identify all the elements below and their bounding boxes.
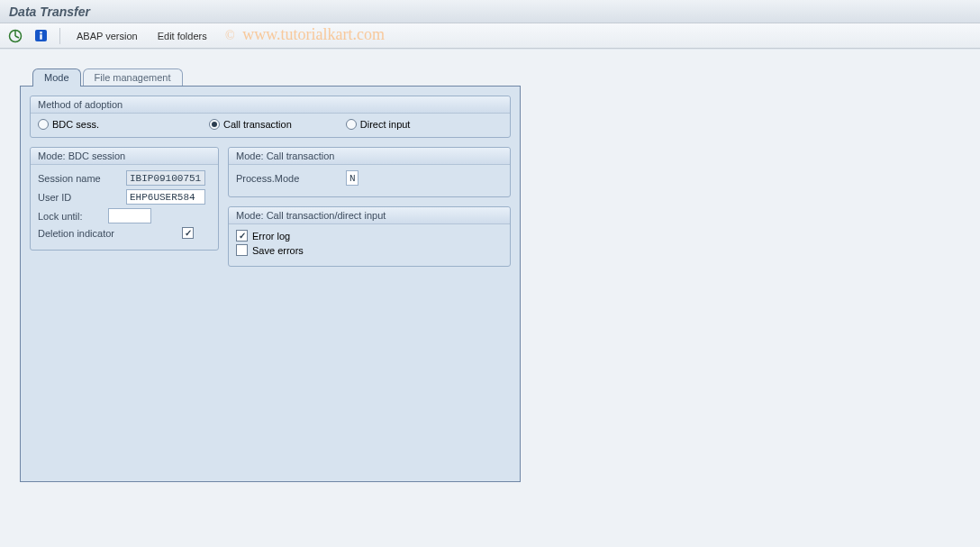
radio-icon <box>38 119 49 130</box>
watermark: © www.tutorialkart.com <box>225 25 385 44</box>
radio-bdc-sess[interactable]: BDC sess. <box>38 119 99 130</box>
label-session-name: Session name <box>38 173 121 184</box>
page-title: Data Transfer <box>9 5 90 19</box>
radio-call-transaction[interactable]: Call transaction <box>209 119 292 130</box>
group-title-ctdi: Mode: Call transaction/direct input <box>229 207 510 224</box>
session-name-input[interactable] <box>126 170 205 186</box>
label-process-mode: Process.Mode <box>236 173 340 184</box>
toolbar-separator <box>59 28 60 44</box>
tabstrip: Mode File management <box>32 66 960 86</box>
svg-rect-4 <box>40 32 41 33</box>
edit-folders-menu[interactable]: Edit folders <box>152 29 213 43</box>
row-deletion-indicator: Deletion indicator <box>38 227 211 239</box>
radio-row-method: BDC sess. Call transaction Direct input <box>38 119 503 130</box>
checkbox-save-errors[interactable]: Save errors <box>236 244 503 256</box>
label-user-id: User ID <box>38 192 121 203</box>
svg-line-2 <box>15 36 19 38</box>
group-title-calltx: Mode: Call transaction <box>229 148 510 165</box>
abap-version-menu[interactable]: ABAP version <box>71 29 143 43</box>
group-call-transaction-direct-input: Mode: Call transaction/direct input Erro… <box>228 206 511 267</box>
row-process-mode: Process.Mode <box>236 170 503 186</box>
radio-label-direct: Direct input <box>360 119 411 130</box>
label-lock-until: Lock until: <box>38 211 103 222</box>
tab-panel-mode: Method of adoption BDC sess. Call transa… <box>20 86 521 482</box>
label-save-errors: Save errors <box>252 245 304 256</box>
row-session-name: Session name <box>38 170 211 186</box>
workarea: Mode File management Method of adoption … <box>0 49 980 547</box>
execute-icon[interactable] <box>7 28 23 44</box>
tab-file-management[interactable]: File management <box>83 68 183 87</box>
radio-icon <box>209 119 220 130</box>
columns: Mode: BDC session Session name User ID L… <box>30 147 511 276</box>
group-title-bdc: Mode: BDC session <box>31 148 218 165</box>
user-id-input[interactable] <box>126 189 205 205</box>
group-method-of-adoption: Method of adoption BDC sess. Call transa… <box>30 96 511 138</box>
label-error-log: Error log <box>252 231 290 242</box>
group-bdc-session: Mode: BDC session Session name User ID L… <box>30 147 219 251</box>
label-deletion-indicator: Deletion indicator <box>38 228 148 239</box>
tab-mode[interactable]: Mode <box>32 68 81 87</box>
checkbox-icon <box>236 244 248 256</box>
group-call-transaction: Mode: Call transaction Process.Mode <box>228 147 511 197</box>
svg-rect-5 <box>40 34 41 40</box>
watermark-text: www.tutorialkart.com <box>242 25 385 43</box>
row-user-id: User ID <box>38 189 211 205</box>
watermark-copy: © <box>225 29 235 42</box>
row-lock-until: Lock until: <box>38 208 211 223</box>
checkbox-error-log[interactable]: Error log <box>236 230 503 242</box>
deletion-indicator-checkbox[interactable] <box>182 227 194 239</box>
info-icon[interactable] <box>32 28 49 44</box>
radio-label-bdc: BDC sess. <box>52 119 99 130</box>
radio-label-calltx: Call transaction <box>223 119 292 130</box>
toolbar: ABAP version Edit folders © www.tutorial… <box>0 23 980 49</box>
radio-direct-input[interactable]: Direct input <box>346 119 411 130</box>
checkbox-icon <box>236 230 248 242</box>
radio-icon <box>346 119 357 130</box>
group-title-method: Method of adoption <box>31 96 510 114</box>
process-mode-input[interactable] <box>346 170 358 186</box>
titlebar: Data Transfer <box>0 0 980 23</box>
lock-until-input[interactable] <box>108 208 151 223</box>
